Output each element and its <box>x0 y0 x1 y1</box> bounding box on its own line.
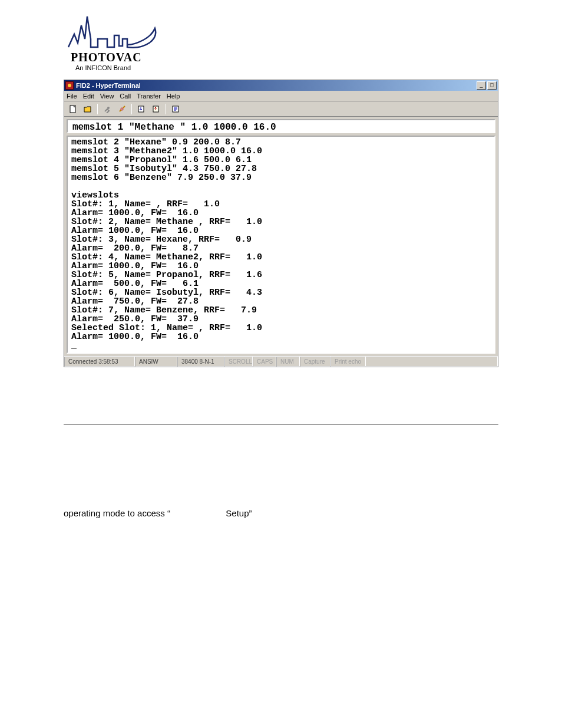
terminal-output[interactable]: memslot 2 "Hexane" 0.9 200.0 8.7 memslot… <box>67 136 495 354</box>
status-emulation: ANSIW <box>135 357 177 367</box>
menu-file[interactable]: File <box>67 93 77 100</box>
app-icon <box>65 81 74 90</box>
status-capture: Capture <box>300 357 330 367</box>
status-printecho: Print echo <box>330 357 366 367</box>
status-scroll: SCROLL <box>224 357 253 367</box>
brand-name: PHOTOVAC <box>71 51 498 64</box>
properties-icon[interactable] <box>169 103 182 115</box>
doc-right: Setup” <box>226 508 252 518</box>
status-bar: Connected 3:58:53 ANSIW 38400 8-N-1 SCRO… <box>64 356 498 367</box>
svg-point-2 <box>121 108 123 110</box>
brand-tagline: An INFICON Brand <box>75 64 498 71</box>
menu-edit[interactable]: Edit <box>83 93 94 100</box>
disconnect-icon[interactable] <box>115 103 128 115</box>
receive-icon[interactable] <box>150 103 163 115</box>
minimize-button[interactable]: _ <box>477 81 486 90</box>
toolbar <box>64 101 498 117</box>
new-file-icon[interactable] <box>67 103 80 115</box>
maximize-button[interactable]: □ <box>487 81 497 90</box>
document-text: operating mode to access “ Setup” <box>64 508 498 518</box>
doc-left: operating mode to access “ <box>64 508 170 518</box>
status-num: NUM <box>276 357 300 367</box>
menu-transfer[interactable]: Transfer <box>137 93 161 100</box>
open-icon[interactable] <box>81 103 94 115</box>
window-title: FID2 - HyperTerminal <box>76 82 477 89</box>
connect-icon[interactable] <box>101 103 114 115</box>
divider <box>64 424 498 424</box>
menu-bar: File Edit View Call Transfer Help <box>64 91 498 101</box>
status-filler <box>366 357 498 367</box>
menu-call[interactable]: Call <box>120 93 131 100</box>
status-connection: 38400 8-N-1 <box>177 357 224 367</box>
status-connected: Connected 3:58:53 <box>64 357 135 367</box>
status-caps: CAPS <box>253 357 276 367</box>
logo-graphic <box>64 11 164 52</box>
svg-point-1 <box>107 107 110 109</box>
photovac-logo: PHOTOVAC An INFICON Brand <box>64 11 498 71</box>
menu-view[interactable]: View <box>100 93 114 100</box>
hyperterminal-window: FID2 - HyperTerminal _ □ File Edit View … <box>64 80 498 367</box>
title-bar[interactable]: FID2 - HyperTerminal _ □ <box>64 80 498 91</box>
menu-help[interactable]: Help <box>167 93 180 100</box>
send-icon[interactable] <box>135 103 148 115</box>
command-line[interactable]: memslot 1 "Methane " 1.0 1000.0 16.0 <box>67 119 495 133</box>
